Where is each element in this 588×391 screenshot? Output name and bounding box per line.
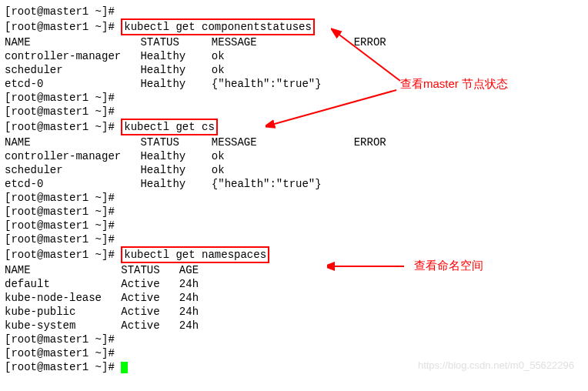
ns-row: kube-node-lease Active 24h [5,291,583,305]
ns-row: kube-system Active 24h [5,319,583,333]
prompt-line-cmd2: [root@master1 ~]# kubectl get cs [5,119,583,135]
prompt-line: [root@master1 ~]# [5,232,583,246]
prompt-line-cursor: [root@master1 ~]# [5,360,583,374]
cs-row: controller-manager Healthy ok [5,149,583,163]
cursor-block [121,362,128,373]
prompt-line: [root@master1 ~]# [5,346,583,360]
prompt-line: [root@master1 ~]# [5,5,583,18]
prompt-line-cmd1: [root@master1 ~]# kubectl get components… [5,18,583,35]
ns-row: kube-public Active 24h [5,305,583,319]
highlight-cmd1: kubectl get componentstatuses [121,18,315,35]
highlight-cmd2: kubectl get cs [121,119,218,135]
cs-row: scheduler Healthy ok [5,163,583,177]
cs-header: NAME STATUS MESSAGE ERROR [5,35,583,49]
ns-row: default Active 24h [5,277,583,291]
prompt-line: [root@master1 ~]# [5,91,583,105]
prompt-line: [root@master1 ~]# [5,105,583,119]
highlight-cmd3: kubectl get namespaces [121,246,269,263]
cs-header: NAME STATUS MESSAGE ERROR [5,135,583,149]
cs-row: controller-manager Healthy ok [5,49,583,63]
annotation-namespaces: 查看命名空间 [414,259,483,272]
ns-header: NAME STATUS AGE [5,263,583,277]
cs-row: scheduler Healthy ok [5,63,583,77]
prompt-line-cmd3: [root@master1 ~]# kubectl get namespaces [5,246,583,263]
annotation-master-status: 查看master 节点状态 [400,77,508,91]
prompt-line: [root@master1 ~]# [5,333,583,346]
prompt-line: [root@master1 ~]# [5,191,583,205]
prompt-line: [root@master1 ~]# [5,219,583,232]
prompt-line: [root@master1 ~]# [5,205,583,219]
cs-row: etcd-0 Healthy {"health":"true"} [5,177,583,191]
